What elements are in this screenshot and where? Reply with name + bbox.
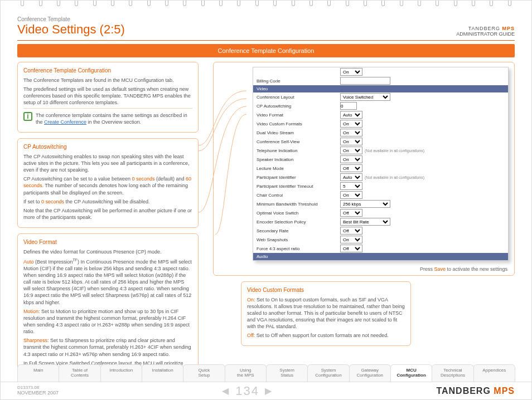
setting-select[interactable]: Voice Switched (340, 93, 390, 101)
setting-label: Chair Control (257, 193, 340, 198)
setting-label: Telephone Indication (257, 148, 340, 153)
setting-row: CP Autoswitching (253, 101, 508, 110)
setting-select[interactable]: Off (340, 227, 362, 235)
setting-row: Encoder Selection PolicyBest Bit Rate (253, 217, 508, 226)
setting-label: Participant Identifier (257, 175, 340, 180)
setting-label: Video Custom Formats (257, 121, 340, 126)
nav-tab[interactable]: Introduction (100, 364, 142, 382)
brand-line: TANDBERG MPS (456, 26, 515, 31)
setting-label: Web Snapshots (257, 237, 340, 242)
setting-select[interactable]: On (340, 147, 362, 154)
footer-brand: TANDBERG MPS (436, 386, 515, 396)
page-title: Video Settings (2:5) (17, 22, 125, 37)
config-p1: The Conference Templates are found in th… (23, 77, 192, 84)
setting-label: Video Format (257, 113, 340, 118)
cp-heading: CP Autoswitching (23, 143, 192, 151)
settings-screenshot: OnBilling CodeVideoConference LayoutVoic… (253, 67, 509, 261)
setting-row: Lecture ModeOff (253, 164, 508, 173)
info-icon: i (23, 112, 32, 121)
setting-select[interactable]: Off (340, 209, 362, 217)
vf-motion: Motion: Set to Motion to prioritize moti… (23, 308, 192, 335)
prev-page-arrow-icon[interactable]: ◀ (222, 386, 230, 396)
nav-tab[interactable]: TechnicalDescriptions (432, 364, 473, 382)
nav-tab[interactable]: Table ofContents (59, 364, 100, 382)
vf-p1: Defines the video format for Continuous … (23, 248, 192, 255)
setting-row: Video FormatAuto (253, 110, 508, 119)
setting-row: Video Custom FormatsOn (253, 119, 508, 128)
setting-label: CP Autoswitching (257, 104, 340, 109)
setting-label: Optimal Voice Switch (257, 211, 340, 216)
setting-select[interactable]: Auto (340, 111, 362, 119)
setting-row: Force 4:3 aspect ratioOff (253, 244, 508, 253)
nav-tab[interactable]: Main (17, 364, 59, 382)
setting-select[interactable]: 256 kbps (340, 200, 390, 208)
setting-row: Dual Video StreamOn (253, 128, 508, 137)
setting-row: Secondary RateOff (253, 226, 508, 235)
nav-tab[interactable]: QuickSetup (183, 364, 225, 382)
setting-select[interactable]: On (340, 120, 362, 128)
setting-row: Speaker IndicationOn (253, 155, 508, 164)
section-banner: Conference Template Configuration (17, 44, 515, 57)
setting-select[interactable]: Off (340, 164, 362, 172)
pager: ◀ 134 ▶ (59, 384, 436, 398)
setting-label: Minimum Bandwidth Threshold (257, 202, 340, 207)
nav-tab[interactable]: SystemStatus (266, 364, 308, 382)
setting-select[interactable]: On (340, 68, 362, 76)
setting-row: Conference Self-ViewOn (253, 137, 508, 146)
setting-select[interactable]: On (340, 129, 362, 136)
spiral-binding (1, 1, 531, 8)
cp-box: CP Autoswitching The CP Autoswitching en… (17, 138, 199, 228)
guide-label: ADMINISTRATOR GUIDE (456, 31, 515, 37)
setting-select[interactable]: Auto (340, 173, 362, 181)
brand-main: TANDBERG (468, 26, 500, 31)
setting-label: Speaker Indication (257, 157, 340, 162)
setting-note: (Not available in all configurations) (365, 149, 424, 153)
nav-tab[interactable]: Usingthe MPS (225, 364, 267, 382)
cp-p1: The CP Autoswitching enables to swap non… (23, 153, 192, 173)
vcf-off: Off: Set to Off when support for custom … (247, 332, 405, 339)
setting-label: Conference Self-View (257, 139, 340, 144)
setting-row: Chair ControlOn (253, 191, 508, 199)
nav-tab[interactable]: SystemConfiguration (307, 364, 349, 382)
setting-select[interactable]: Off (340, 245, 362, 252)
setting-label: Lecture Mode (257, 166, 340, 171)
setting-input[interactable] (340, 102, 357, 110)
setting-label: Secondary Rate (257, 228, 340, 233)
screenshot-container: OnBilling CodeVideoConference LayoutVoic… (213, 62, 515, 276)
page-footer: D13373.08 NOVEMBER 2007 ◀ 134 ▶ TANDBERG… (1, 382, 531, 399)
setting-select[interactable]: 5 (340, 182, 362, 190)
setting-input[interactable] (340, 77, 390, 85)
nav-tab[interactable]: MCUConfiguration (390, 364, 432, 382)
nav-tab[interactable]: Appendices (473, 364, 515, 382)
setting-select[interactable]: On (340, 236, 362, 243)
next-page-arrow-icon[interactable]: ▶ (265, 386, 273, 396)
nav-tab[interactable]: Installation (142, 364, 183, 382)
setting-select[interactable]: On (340, 155, 362, 163)
setting-select[interactable]: On (340, 191, 362, 199)
nav-tab[interactable]: GatewayConfiguration (349, 364, 391, 382)
setting-label: Conference Layout (257, 95, 340, 100)
vf-auto: Auto (Best ImpressionTF) In Continuous P… (23, 257, 192, 306)
cp-p3: If set to 0 seconds the CP Autoswitching… (23, 198, 192, 205)
setting-row: Conference LayoutVoice Switched (253, 92, 508, 101)
create-conference-link[interactable]: Create Conference (44, 119, 86, 125)
vf-box: Video Format Defines the video format fo… (17, 233, 199, 381)
vcf-on: On: Set to On to support custom formats,… (247, 296, 405, 330)
brand-sub: MPS (502, 26, 515, 31)
setting-select[interactable]: On (340, 138, 362, 145)
config-heading: Conference Template Configuration (23, 67, 192, 75)
setting-select[interactable]: Best Bit Rate (340, 218, 390, 226)
setting-label: Force 4:3 aspect ratio (257, 246, 340, 251)
setting-label: Encoder Selection Policy (257, 219, 340, 225)
setting-row: Participant IdentifierAuto(Not available… (253, 173, 508, 182)
config-info: The conference template contains the sam… (36, 112, 192, 125)
config-p2: The predefined settings will be used as … (23, 86, 192, 106)
nav-tabs: MainTable ofContentsIntroductionInstalla… (17, 364, 515, 382)
setting-label: Participant Identifier Timeout (257, 184, 340, 189)
setting-row: Telephone IndicationOn(Not available in … (253, 146, 508, 155)
setting-row: Participant Identifier Timeout5 (253, 182, 508, 191)
save-note: Press Save to activate the new settings (219, 264, 509, 273)
vf-heading: Video Format (23, 238, 192, 246)
template-label: Conference Template (17, 16, 125, 22)
config-info-post: in the Overview section. (86, 119, 141, 125)
